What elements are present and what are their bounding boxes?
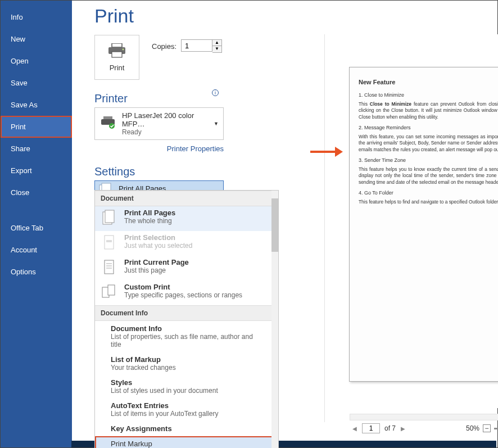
- menu-opt-print-markup[interactable]: Print Markup: [95, 436, 278, 448]
- printer-section-label: Printer: [94, 92, 128, 105]
- copies-input[interactable]: [181, 39, 212, 52]
- zoom-out-button[interactable]: −: [483, 424, 491, 432]
- menu-opt-autotext-entries[interactable]: AutoText Entries: [95, 398, 278, 410]
- menu-group-document-info: Document Info: [95, 305, 278, 321]
- print-button[interactable]: Print: [94, 35, 139, 80]
- svg-point-6: [109, 123, 115, 129]
- printer-name: HP LaserJet 200 color MFP…: [122, 111, 208, 128]
- pages-icon: [102, 210, 116, 229]
- zoom-value: 50%: [466, 424, 479, 432]
- page-icon: [102, 234, 116, 254]
- copies-up-button[interactable]: ▲: [212, 40, 221, 46]
- sidebar-item-options[interactable]: Options: [1, 261, 72, 283]
- page-title: Print: [94, 5, 497, 27]
- prev-page-button[interactable]: ◀: [350, 424, 360, 433]
- dropdown-scrollbar[interactable]: [271, 191, 278, 448]
- page-icon: [102, 259, 116, 278]
- svg-rect-2: [112, 52, 122, 57]
- sidebar-item-close[interactable]: Close: [1, 182, 72, 203]
- annotation-arrow: [310, 151, 336, 153]
- preview-footer: ◀ of 7 ▶ 50% − +: [350, 422, 498, 435]
- print-preview: New Feature 1. Close to Minimize This Cl…: [336, 34, 498, 408]
- sidebar-item-export[interactable]: Export: [1, 160, 72, 182]
- chevron-down-icon: ▼: [214, 121, 219, 126]
- copies-label: Copies:: [152, 42, 176, 51]
- menu-opt-print-current-page[interactable]: Print Current PageJust this page: [95, 256, 278, 280]
- sidebar-item-account[interactable]: Account: [1, 239, 72, 261]
- page-count-label: of 7: [384, 424, 396, 432]
- menu-opt-print-all-pages[interactable]: Print All PagesThe whole thing: [95, 206, 278, 231]
- sidebar-item-save[interactable]: Save: [1, 72, 72, 94]
- zoom-slider[interactable]: [494, 428, 498, 429]
- info-icon[interactable]: i: [212, 89, 219, 96]
- printer-icon: [107, 43, 126, 60]
- svg-rect-12: [106, 240, 112, 242]
- menu-group-document: Document: [95, 191, 278, 206]
- sidebar-item-info[interactable]: Info: [1, 6, 72, 28]
- svg-rect-0: [112, 43, 122, 47]
- menu-opt-key-assignments[interactable]: Key Assignments: [95, 421, 278, 436]
- printer-dropdown[interactable]: HP LaserJet 200 color MFP… Ready ▼: [94, 107, 224, 140]
- preview-scrollbar-horizontal[interactable]: ▸: [350, 414, 498, 420]
- print-range-menu: Document Print All PagesThe whole thing …: [94, 190, 279, 448]
- custom-pages-icon: [102, 284, 116, 303]
- menu-opt-custom-print[interactable]: Custom PrintType specific pages, section…: [95, 280, 278, 305]
- sidebar-item-open[interactable]: Open: [1, 50, 72, 72]
- menu-opt-document-info[interactable]: Document Info: [95, 321, 278, 333]
- sidebar-item-print[interactable]: Print: [1, 116, 72, 138]
- copies-down-button[interactable]: ▼: [212, 46, 221, 52]
- svg-rect-13: [105, 260, 114, 274]
- preview-heading: New Feature: [359, 79, 498, 85]
- sidebar-item-officetab[interactable]: Office Tab: [1, 217, 72, 239]
- sidebar-item-share[interactable]: Share: [1, 138, 72, 160]
- sidebar-item-saveas[interactable]: Save As: [1, 94, 72, 116]
- menu-opt-list-of-markup[interactable]: List of Markup: [95, 352, 278, 364]
- svg-rect-5: [103, 116, 112, 119]
- svg-point-3: [123, 48, 124, 50]
- copies-stepper[interactable]: ▲ ▼: [181, 39, 222, 53]
- print-button-label: Print: [110, 64, 125, 72]
- menu-opt-styles[interactable]: Styles: [95, 375, 278, 387]
- divider: [324, 34, 325, 422]
- svg-rect-10: [105, 210, 114, 223]
- sidebar-item-new[interactable]: New: [1, 28, 72, 50]
- main-panel: Print Print Copies: ▲ ▼ Print: [72, 1, 497, 447]
- printer-properties-link[interactable]: Printer Properties: [94, 144, 224, 153]
- next-page-button[interactable]: ▶: [398, 424, 408, 433]
- printer-status: Ready: [122, 128, 208, 136]
- menu-opt-print-selection: Print SelectionJust what you selected: [95, 231, 278, 256]
- backstage-sidebar: Info New Open Save Save As Print Share E…: [1, 1, 72, 447]
- preview-page: New Feature 1. Close to Minimize This Cl…: [349, 67, 498, 382]
- svg-rect-18: [108, 285, 115, 295]
- page-number-input[interactable]: [362, 423, 380, 433]
- printer-status-icon: [99, 116, 116, 132]
